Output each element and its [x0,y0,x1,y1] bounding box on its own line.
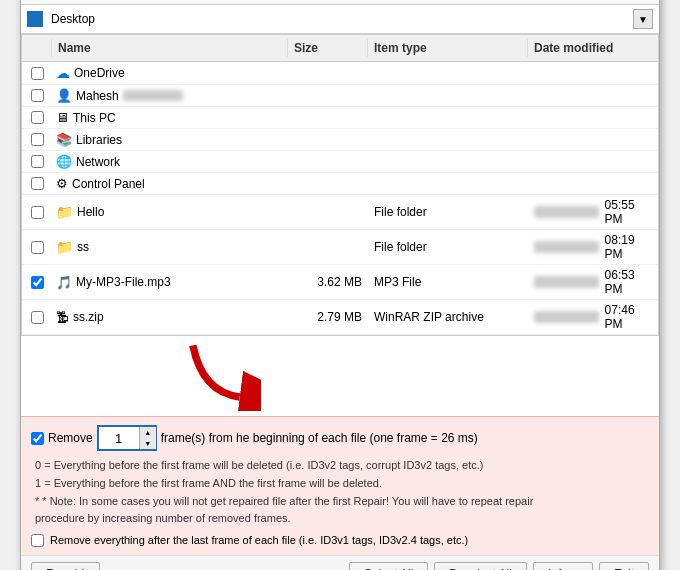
table-row: 🗜ss.zip 2.79 MB WinRAR ZIP archive 07:46… [22,300,658,335]
table-row: 📁Hello File folder 05:55 PM [22,195,658,230]
location-input[interactable] [47,10,629,28]
table-row: 🖥This PC [22,107,658,129]
row-size [288,182,368,186]
spinner-up-btn[interactable]: ▲ [140,427,156,438]
row-date [528,138,658,142]
row-type: MP3 File [368,273,528,291]
exit-button[interactable]: Exit [599,562,649,570]
folder-icon: 📁 [56,239,73,255]
row-name: 🎵My-MP3-File.mp3 [52,273,288,292]
spinner-buttons: ▲ ▼ [139,427,156,449]
info-button[interactable]: Info... [533,562,593,570]
mp3-icon: 🎵 [56,275,72,290]
row-checkbox[interactable] [31,133,44,146]
header-check [22,39,52,57]
table-row: ☁OneDrive [22,62,658,85]
file-list-body: ☁OneDrive 👤 Mahesh 🖥This [22,62,658,335]
table-row: 📚Libraries [22,129,658,151]
row-type [368,116,528,120]
date-blur [534,206,599,218]
row-size [288,116,368,120]
zip-icon: 🗜 [56,310,69,325]
row-checkbox[interactable] [31,111,44,124]
note-0: 0 = Everything before the first frame wi… [35,457,649,475]
row-type [368,71,528,75]
person-icon: 👤 [56,88,72,103]
row-size [288,245,368,249]
row-name: 📁ss [52,237,288,257]
notes-area: 0 = Everything before the first frame wi… [31,457,649,527]
header-name: Name [52,39,288,57]
row-checkbox[interactable] [31,67,44,80]
frames-input[interactable]: 1 [99,429,139,448]
row-size [288,138,368,142]
header-size: Size [288,39,368,57]
row-size [288,71,368,75]
remove-after-label: frame(s) from he beginning of each file … [161,431,478,445]
spinner-down-btn[interactable]: ▼ [140,438,156,449]
row-date [528,116,658,120]
row-type [368,182,528,186]
row-checkbox[interactable] [31,276,44,289]
note-star-text: * Note: In some cases you will not get r… [42,495,533,507]
row-checkbox[interactable] [31,241,44,254]
bottom-section: Remove 1 ▲ ▼ frame(s) from he beginning … [21,416,659,554]
row-type: File folder [368,238,528,256]
row-date [528,160,658,164]
row-checkbox[interactable] [31,206,44,219]
row-size [288,94,368,98]
control-icon: ⚙ [56,176,68,191]
row-checkbox[interactable] [31,311,44,324]
button-row: Repair! Select All Deselect All Info... … [21,555,659,570]
select-all-button[interactable]: Select All [349,562,428,570]
name-blur [123,90,183,101]
row-size: 2.79 MB [288,308,368,326]
location-bar: ▼ [21,5,659,34]
frames-spinner[interactable]: 1 ▲ ▼ [97,425,157,451]
row-name: 📁Hello [52,202,288,222]
file-list-header: Name Size Item type Date modified [22,35,658,62]
row-date [528,71,658,75]
row-checkbox[interactable] [31,155,44,168]
location-dropdown-btn[interactable]: ▼ [633,9,653,29]
row-date: 06:53 PM [528,266,658,298]
row-size: 3.62 MB [288,273,368,291]
table-row: 🌐Network [22,151,658,173]
table-row: 👤 Mahesh [22,85,658,107]
file-list-container: Name Size Item type Date modified ☁OneDr… [21,34,659,336]
row-date [528,94,658,98]
row-type [368,94,528,98]
row-name: ☁OneDrive [52,63,288,83]
table-row: 🎵My-MP3-File.mp3 3.62 MB MP3 File 06:53 … [22,265,658,300]
deselect-all-button[interactable]: Deselect All [434,562,527,570]
header-date: Date modified [528,39,658,57]
table-row: ⚙Control Panel [22,173,658,195]
row-checkbox[interactable] [31,89,44,102]
row-type: WinRAR ZIP archive [368,308,528,326]
remove-before-label: Remove [48,431,93,445]
remove-frames-row: Remove 1 ▲ ▼ frame(s) from he beginning … [31,425,649,451]
row-size [288,160,368,164]
row-checkbox[interactable] [31,177,44,190]
desktop-icon [27,11,43,27]
header-type: Item type [368,39,528,57]
table-row: 📁ss File folder 08:19 PM [22,230,658,265]
pc-icon: 🖥 [56,110,69,125]
remove-last-label: Remove everything after the last frame o… [50,534,468,546]
remove-last-row: Remove everything after the last frame o… [31,534,649,547]
date-blur [534,311,599,323]
note-1: 1 = Everything before the first frame AN… [35,475,649,493]
row-date: 05:55 PM [528,196,658,228]
row-size [288,210,368,214]
remove-frames-checkbox[interactable] [31,432,44,445]
repair-button[interactable]: Repair! [31,562,100,570]
row-name: 📚Libraries [52,130,288,149]
dialog: Choose the files you would like to fix ▼… [20,0,660,570]
row-type [368,160,528,164]
arrow-area [21,336,659,416]
row-name: 👤 Mahesh [52,86,288,105]
remove-last-checkbox[interactable] [31,534,44,547]
cloud-icon: ☁ [56,65,70,81]
row-name: 🖥This PC [52,108,288,127]
library-icon: 📚 [56,132,72,147]
